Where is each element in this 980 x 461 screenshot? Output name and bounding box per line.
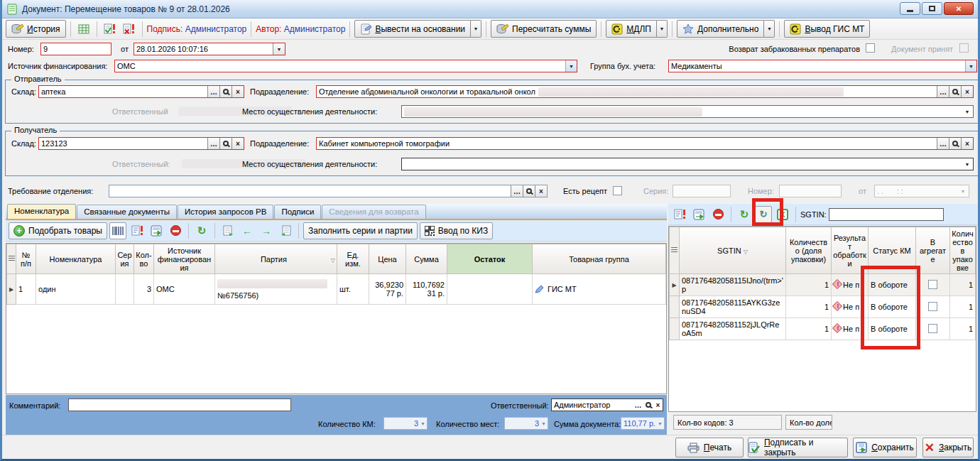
- close-button[interactable]: ✕: [944, 2, 974, 15]
- tab-rv-history[interactable]: История запросов РВ: [178, 205, 273, 219]
- col-sgtin[interactable]: SGTIN ▽: [680, 227, 786, 274]
- receiver-department-field[interactable]: Кабинет компьютерной томографии … ×: [316, 137, 974, 150]
- refresh-button[interactable]: ↻: [193, 222, 210, 239]
- export-rows-button[interactable]: [148, 222, 165, 239]
- table-row[interactable]: 0871764820581152jJLQrReoA5m 1 Не п В обо…: [670, 318, 976, 340]
- sender-department-more-button[interactable]: …: [937, 86, 949, 97]
- has-recipe-checkbox[interactable]: [613, 186, 622, 195]
- sender-warehouse-search-button[interactable]: [219, 86, 232, 97]
- aggregate-checkbox[interactable]: [928, 302, 937, 311]
- col-qty[interactable]: Кол-во: [134, 244, 154, 274]
- barcode-button[interactable]: [109, 222, 126, 239]
- maximize-button[interactable]: [922, 2, 942, 15]
- sgtin-refresh-status-button[interactable]: ↻: [755, 206, 772, 223]
- col-price[interactable]: Цена: [369, 244, 406, 274]
- delete-row-button[interactable]: [167, 222, 184, 239]
- move-out-button[interactable]: [219, 222, 236, 239]
- sender-department-clear-button[interactable]: ×: [961, 86, 973, 97]
- date-combo[interactable]: 28.01.2026 10:07:16 ▼: [134, 43, 285, 55]
- tab-linked-documents[interactable]: Связанные документы: [77, 205, 177, 219]
- check-document-button[interactable]: [102, 21, 119, 38]
- col-in-aggregate[interactable]: В агрегате: [916, 227, 950, 274]
- sender-warehouse-field[interactable]: аптека … ×: [38, 85, 244, 98]
- funding-combo[interactable]: ОМС ▼: [114, 60, 577, 72]
- sender-place-dropdown[interactable]: ▼: [962, 106, 973, 117]
- requisition-search-button[interactable]: [523, 185, 535, 197]
- mdlp-dropdown[interactable]: ▼: [657, 20, 668, 38]
- sender-warehouse-clear-button[interactable]: ×: [232, 86, 244, 97]
- additional-button[interactable]: Дополнительно: [677, 20, 764, 38]
- acc-group-dropdown[interactable]: ▼: [965, 60, 976, 72]
- receiver-warehouse-clear-button[interactable]: ×: [232, 138, 244, 149]
- close-doc-button[interactable]: ✕ Закрыть: [922, 438, 974, 457]
- derive-button[interactable]: Вывести на основании: [354, 20, 471, 38]
- sender-place-combo[interactable]: ▼: [401, 105, 974, 118]
- tab-nomenclature[interactable]: Номенклатура: [7, 204, 76, 219]
- grid-view-button[interactable]: [75, 21, 92, 38]
- number-input[interactable]: [40, 43, 111, 55]
- requisition-field[interactable]: … ×: [109, 185, 548, 197]
- mdlp-button[interactable]: МДЛП: [606, 20, 657, 38]
- receiver-warehouse-field[interactable]: 123123 … ×: [38, 137, 244, 150]
- additional-dropdown[interactable]: ▼: [764, 20, 775, 38]
- col-unit[interactable]: Ед. изм.: [337, 244, 369, 274]
- date-dropdown[interactable]: ▼: [273, 43, 285, 55]
- aggregate-checkbox[interactable]: [928, 280, 937, 289]
- print-button[interactable]: Печать: [675, 438, 744, 457]
- col-km-status[interactable]: Статус КМ: [869, 227, 916, 274]
- cancel-document-button[interactable]: [121, 21, 138, 38]
- minimize-button[interactable]: [900, 2, 920, 15]
- responsible-more-button[interactable]: …: [633, 399, 643, 411]
- sgtin-export-button[interactable]: [690, 206, 707, 223]
- funding-dropdown[interactable]: ▼: [565, 60, 577, 72]
- receiver-department-search-button[interactable]: [949, 138, 961, 149]
- sgtin-excel-button[interactable]: X: [774, 206, 791, 223]
- fill-series-button[interactable]: Заполнить серии и партии: [303, 222, 418, 239]
- recalc-button[interactable]: Пересчитать суммы: [491, 20, 597, 38]
- arrow-right-button[interactable]: →: [258, 222, 275, 239]
- save-button[interactable]: Сохранить: [853, 438, 917, 457]
- requisition-more-button[interactable]: …: [511, 185, 523, 197]
- responsible-clear-button[interactable]: ×: [653, 399, 663, 411]
- responsible-field[interactable]: Администратор … ×: [551, 398, 663, 411]
- document-check-list-button[interactable]: [129, 222, 146, 239]
- sgtin-delete-button[interactable]: [709, 206, 726, 223]
- kiz-input-button[interactable]: Ввод по КИЗ: [420, 222, 493, 239]
- requisition-clear-button[interactable]: ×: [535, 185, 547, 197]
- col-qty-share[interactable]: Количество (доля упаковки): [786, 227, 832, 274]
- aggregate-checkbox[interactable]: [928, 324, 937, 333]
- col-group[interactable]: Товарная группа: [533, 244, 666, 274]
- col-num[interactable]: № п/п: [16, 244, 36, 274]
- return-rejected-checkbox[interactable]: [866, 43, 875, 53]
- table-row[interactable]: 087176482058115AYKG3zenuSD4 1 Не п В обо…: [670, 296, 976, 318]
- col-process-result[interactable]: Результат обработки: [832, 227, 869, 274]
- comment-input[interactable]: [68, 398, 291, 411]
- col-nomenclature[interactable]: Номенклатура: [36, 244, 116, 274]
- table-row[interactable]: ▶ 087176482058115IJno/(trm>'p 1 Не п В о…: [670, 274, 976, 296]
- col-batch[interactable]: Партия▽: [215, 244, 337, 274]
- gis-mt-output-button[interactable]: Вывод ГИС МТ: [784, 20, 870, 38]
- receiver-warehouse-more-button[interactable]: …: [207, 138, 219, 149]
- table-row[interactable]: ▶ 1 один 3 ОМС №6756756) шт. 36,923077 р…: [7, 274, 666, 305]
- history-button[interactable]: История: [6, 20, 66, 38]
- sgtin-check-list-button[interactable]: [671, 206, 688, 223]
- col-rest[interactable]: Остаток: [447, 244, 533, 274]
- receiver-place-dropdown[interactable]: ▼: [962, 158, 973, 170]
- col-funding[interactable]: Источник финансирования: [154, 244, 215, 274]
- receiver-department-clear-button[interactable]: ×: [961, 138, 973, 149]
- derive-dropdown[interactable]: ▼: [471, 20, 481, 38]
- acc-group-combo[interactable]: Медикаменты ▼: [668, 60, 977, 72]
- sender-warehouse-more-button[interactable]: …: [207, 86, 219, 97]
- sgtin-search-input[interactable]: [829, 208, 944, 221]
- col-series[interactable]: Серия: [116, 244, 134, 274]
- pick-goods-button[interactable]: + Подобрать товары: [9, 222, 107, 239]
- receiver-warehouse-search-button[interactable]: [219, 138, 232, 149]
- receiver-place-combo[interactable]: ▼: [401, 158, 974, 170]
- responsible-search-button[interactable]: [643, 399, 653, 411]
- sign-and-close-button[interactable]: Подписать и закрыть: [748, 438, 848, 457]
- sgtin-refresh-button[interactable]: ↻: [736, 206, 753, 223]
- move-in-button[interactable]: [277, 222, 294, 239]
- sender-department-search-button[interactable]: [949, 86, 961, 97]
- sender-department-field[interactable]: Отделение абдоминальной онкологии и тора…: [316, 85, 974, 98]
- receiver-department-more-button[interactable]: …: [937, 138, 949, 149]
